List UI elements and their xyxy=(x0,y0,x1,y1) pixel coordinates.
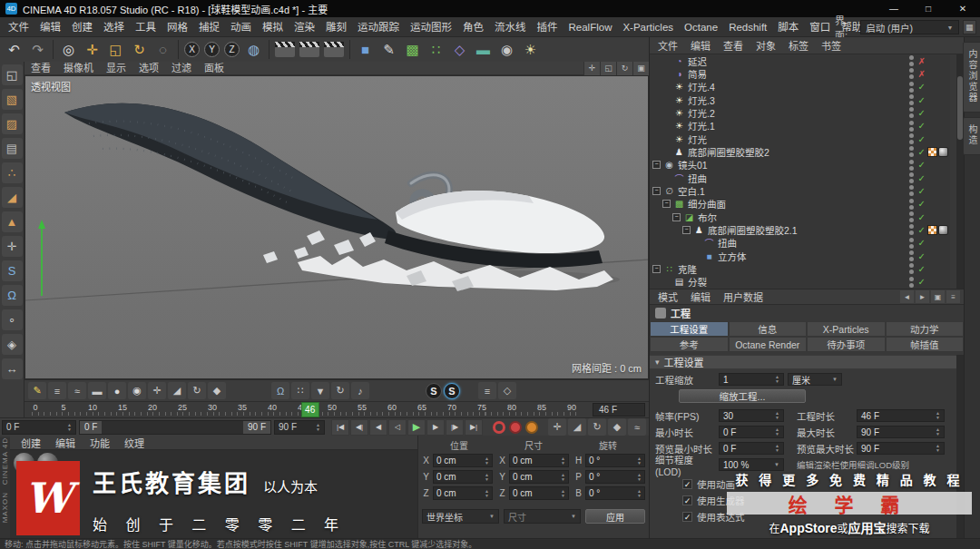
tree-item[interactable]: −♟底部闸圈塑胶塑胶2.1✓ xyxy=(650,223,950,236)
light-toolbar-icon[interactable]: ☀ xyxy=(519,38,542,61)
enabled-check-icon[interactable]: ✓ xyxy=(918,108,926,118)
view-name-label[interactable]: 透视视图 xyxy=(31,79,71,93)
maximize-button[interactable]: □ xyxy=(911,0,946,17)
visibility-dots[interactable] xyxy=(909,277,914,288)
attribute-menu-用户数据[interactable]: 用户数据 xyxy=(717,289,769,304)
tree-item[interactable]: ☀灯光.4✓ xyxy=(650,81,950,93)
menu-动画[interactable]: 动画 xyxy=(225,17,257,37)
visibility-dot[interactable] xyxy=(909,68,914,73)
coord-system-icon[interactable]: ◍ xyxy=(242,38,265,61)
environment-button[interactable]: ▬ xyxy=(472,38,495,61)
start-frame-field[interactable]: 0 F xyxy=(2,420,76,435)
menu-X-Particles[interactable]: X-Particles xyxy=(617,17,679,37)
sound-icon[interactable]: ♪ xyxy=(351,382,369,399)
polygons-mode-icon[interactable]: ▲ xyxy=(2,211,23,232)
enabled-check-icon[interactable]: ✓ xyxy=(918,238,926,248)
visibility-dot[interactable] xyxy=(909,107,914,112)
hierarchy-mode-icon[interactable]: ≡ xyxy=(478,382,496,399)
size-mode-dropdown[interactable]: 尺寸 xyxy=(504,509,581,524)
expand-toggle-icon[interactable]: − xyxy=(662,200,671,208)
visibility-dots[interactable] xyxy=(909,82,914,93)
tree-item[interactable]: ◑简易✗ xyxy=(650,67,950,80)
tree-item[interactable]: ▤分裂✓ xyxy=(650,276,950,289)
move-icon[interactable]: ✛ xyxy=(81,38,103,61)
visibility-dot[interactable] xyxy=(909,283,914,288)
visibility-dots[interactable] xyxy=(909,250,914,261)
solo-off-button[interactable]: S xyxy=(426,383,442,399)
disabled-cross-icon[interactable]: ✗ xyxy=(918,69,926,79)
menu-运动跟踪[interactable]: 运动跟踪 xyxy=(352,17,405,37)
visibility-dot[interactable] xyxy=(909,199,914,203)
duration-field[interactable]: 46 F xyxy=(857,409,945,422)
object-menu-书签[interactable]: 书签 xyxy=(815,38,848,53)
workplane-mode-icon[interactable]: ▤ xyxy=(2,138,23,159)
menu-捕捉[interactable]: 捕捉 xyxy=(193,17,225,37)
tree-item[interactable]: −◪布尔✓ xyxy=(650,211,950,223)
menu-窗口[interactable]: 窗口 xyxy=(804,17,836,37)
menu-渲染[interactable]: 渲染 xyxy=(289,17,320,37)
visibility-dots[interactable] xyxy=(909,211,914,222)
menu-脚本[interactable]: 脚本 xyxy=(772,17,804,37)
min-time-field[interactable]: 0 F xyxy=(719,426,784,438)
keyframe-nav-icon[interactable]: ◇ xyxy=(498,382,516,399)
visibility-dot[interactable] xyxy=(909,62,914,66)
tab-帧插值[interactable]: 帧插值 xyxy=(886,337,965,352)
material-menu-纹理[interactable]: 纹理 xyxy=(117,436,152,450)
visibility-dot[interactable] xyxy=(909,74,914,79)
attribute-menu-编辑[interactable]: 编辑 xyxy=(684,289,717,304)
expand-toggle-icon[interactable]: − xyxy=(682,226,691,234)
history-back-icon[interactable]: ◄ xyxy=(900,290,914,303)
visibility-dots[interactable] xyxy=(909,133,914,144)
menu-网格[interactable]: 网格 xyxy=(162,17,193,37)
visibility-dots[interactable] xyxy=(909,68,914,79)
visibility-dot[interactable] xyxy=(909,250,914,255)
visibility-dot[interactable] xyxy=(909,88,914,93)
record-keyframe-icon[interactable]: ● xyxy=(108,382,126,399)
visibility-dots[interactable] xyxy=(909,238,914,249)
expand-toggle-icon[interactable]: − xyxy=(652,187,661,195)
record-rotation-icon[interactable]: ↻ xyxy=(588,418,606,436)
visibility-dots[interactable] xyxy=(909,185,914,196)
viewport-menu-面板[interactable]: 面板 xyxy=(198,62,230,75)
scale-icon[interactable]: ◱ xyxy=(104,38,127,61)
enabled-check-icon[interactable]: ✓ xyxy=(918,147,926,157)
menu-流水线[interactable]: 流水线 xyxy=(489,17,532,37)
record-position-icon[interactable]: ✛ xyxy=(548,418,566,436)
visibility-dots[interactable] xyxy=(909,199,914,210)
visibility-dot[interactable] xyxy=(909,185,914,190)
tree-item[interactable]: ♟底部闸圈塑胶塑胶2✓ xyxy=(650,145,950,158)
content-browser-tab[interactable]: 内容浏览器 xyxy=(963,42,980,113)
render-settings-button[interactable] xyxy=(324,42,344,57)
scale-project-button[interactable]: 缩放工程... xyxy=(679,389,806,403)
enabled-check-icon[interactable]: ✓ xyxy=(918,134,926,144)
coordinate-system-dropdown[interactable]: 世界坐标 xyxy=(422,509,499,524)
deformer-button[interactable]: ◇ xyxy=(448,38,471,61)
viewport-menu-过滤[interactable]: 过滤 xyxy=(165,62,198,75)
menu-文件[interactable]: 文件 xyxy=(3,17,34,37)
visibility-dots[interactable] xyxy=(909,224,914,235)
menu-角色[interactable]: 角色 xyxy=(457,17,489,37)
range-start-handle[interactable]: 0 F xyxy=(80,421,102,434)
texture-tag-icon[interactable] xyxy=(938,147,948,157)
material-menu-编辑[interactable]: 编辑 xyxy=(48,436,83,450)
timeline-ruler[interactable]: 051015202530354045505560657075808590 46 … xyxy=(24,401,649,417)
prev-key-button[interactable]: ◀| xyxy=(350,419,368,436)
timeline-icon[interactable]: ≡ xyxy=(48,382,66,399)
texture-tag-icon[interactable] xyxy=(927,147,937,157)
quantize-keys-icon[interactable]: ∷ xyxy=(291,382,309,399)
marker-icon[interactable]: ▼ xyxy=(311,382,329,399)
points-mode-icon[interactable]: ∴ xyxy=(2,162,23,183)
rotation-h-field[interactable]: 0 ° xyxy=(585,454,645,467)
menu-Octane[interactable]: Octane xyxy=(679,17,723,37)
visibility-dot[interactable] xyxy=(909,191,914,196)
texture-tag-icon[interactable] xyxy=(938,225,948,235)
max-time-field[interactable]: 90 F xyxy=(857,426,945,438)
loop-mode-icon[interactable]: ↻ xyxy=(331,382,349,399)
keyframe-parameter-icon[interactable]: ◆ xyxy=(208,382,226,399)
tree-item[interactable]: −∅空白.1✓ xyxy=(650,184,950,197)
next-frame-button[interactable]: ▶ xyxy=(426,419,445,436)
use-expressions-checkbox[interactable] xyxy=(682,512,692,522)
material-menu-功能[interactable]: 功能 xyxy=(83,436,117,450)
pen-tool-button[interactable]: ✎ xyxy=(377,38,400,61)
workplane-lock-icon[interactable]: ◈ xyxy=(2,334,23,355)
